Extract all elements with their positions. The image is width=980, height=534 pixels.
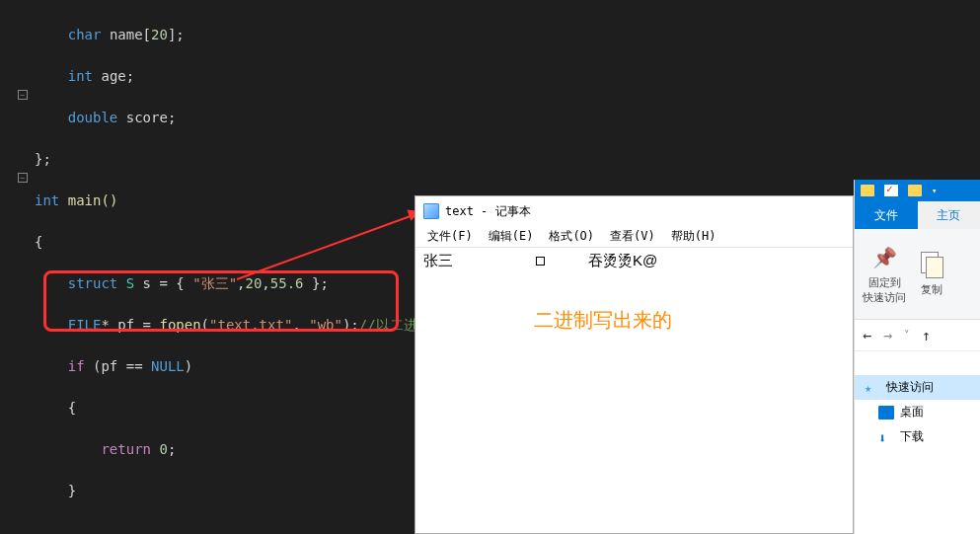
pin-label-2: 快速访问 bbox=[863, 290, 906, 305]
explorer-ribbon-tabs: 文件 主页 bbox=[855, 201, 980, 229]
null-char-icon bbox=[536, 257, 545, 266]
tab-home[interactable]: 主页 bbox=[918, 201, 981, 229]
notepad-app-icon bbox=[423, 203, 439, 219]
pin-label-1: 固定到 bbox=[863, 275, 906, 290]
tree-quick-access[interactable]: 快速访问 bbox=[855, 375, 980, 400]
binary-annotation: 二进制写出来的 bbox=[534, 307, 672, 334]
notepad-menubar: 文件(F) 编辑(E) 格式(O) 查看(V) 帮助(H) bbox=[415, 226, 853, 248]
copy-label: 复制 bbox=[921, 282, 942, 297]
explorer-tree: 快速访问 桌面 下载 bbox=[855, 371, 980, 453]
menu-file[interactable]: 文件(F) bbox=[419, 226, 481, 247]
quick-access-label: 快速访问 bbox=[886, 379, 934, 396]
menu-format[interactable]: 格式(O) bbox=[541, 226, 602, 247]
desktop-icon bbox=[878, 406, 894, 420]
fold-indicator[interactable]: − bbox=[18, 173, 28, 183]
desktop-label: 桌面 bbox=[900, 404, 924, 420]
file-explorer: ▾ 文件 主页 固定到 快速访问 复制 ← → ˅ ↑ 快速访问 桌面 bbox=[854, 180, 980, 534]
code-content[interactable]: char name[20]; int age; double score; };… bbox=[0, 4, 415, 534]
explorer-titlebar[interactable]: ▾ bbox=[855, 180, 980, 201]
copy-icon bbox=[921, 252, 942, 277]
tree-desktop[interactable]: 桌面 bbox=[855, 400, 980, 424]
fold-indicator[interactable]: − bbox=[18, 90, 28, 100]
folder-icon bbox=[861, 185, 874, 196]
nav-recent-button[interactable]: ˅ bbox=[904, 329, 910, 342]
file-content-garbled: 吞烫烫K@ bbox=[588, 252, 657, 270]
nav-back-button[interactable]: ← bbox=[863, 327, 871, 344]
code-editor[interactable]: − − char name[20]; int age; double score… bbox=[0, 0, 415, 534]
pin-quick-access-button[interactable]: 固定到 快速访问 bbox=[859, 235, 910, 313]
notepad-text-area[interactable]: 张三 吞烫烫K@ bbox=[415, 248, 853, 274]
chevron-down-icon[interactable]: ▾ bbox=[932, 186, 937, 195]
explorer-nav-toolbar: ← → ˅ ↑ bbox=[855, 320, 980, 351]
explorer-ribbon: 固定到 快速访问 复制 bbox=[855, 229, 980, 320]
tree-downloads[interactable]: 下载 bbox=[855, 424, 980, 449]
menu-help[interactable]: 帮助(H) bbox=[663, 226, 724, 247]
star-icon bbox=[865, 381, 880, 395]
editor-gutter: − − bbox=[0, 0, 30, 534]
copy-button[interactable]: 复制 bbox=[914, 235, 949, 313]
check-icon bbox=[884, 185, 898, 196]
menu-edit[interactable]: 编辑(E) bbox=[481, 226, 542, 247]
nav-up-button[interactable]: ↑ bbox=[922, 327, 931, 344]
notepad-window: text - 记事本 文件(F) 编辑(E) 格式(O) 查看(V) 帮助(H)… bbox=[415, 195, 854, 534]
pin-icon bbox=[870, 244, 898, 271]
notepad-title-text: text - 记事本 bbox=[445, 203, 531, 220]
menu-view[interactable]: 查看(V) bbox=[602, 226, 663, 247]
tab-file[interactable]: 文件 bbox=[855, 201, 918, 229]
nav-forward-button[interactable]: → bbox=[883, 327, 892, 344]
downloads-label: 下载 bbox=[900, 428, 924, 445]
folder-icon bbox=[908, 185, 922, 196]
notepad-titlebar[interactable]: text - 记事本 bbox=[415, 196, 853, 226]
file-content-name: 张三 bbox=[423, 252, 453, 270]
download-icon bbox=[878, 430, 894, 444]
